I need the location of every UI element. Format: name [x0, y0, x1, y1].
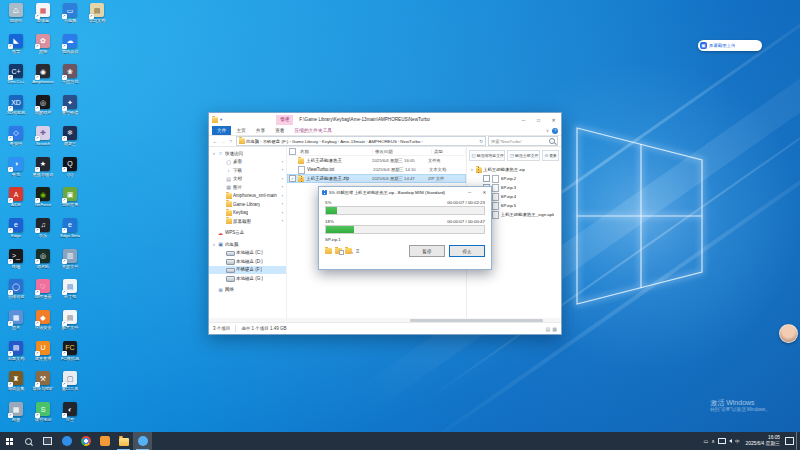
nav-item-本地磁盘 (D:)[interactable]: 本地磁盘 (D:): [209, 257, 286, 266]
desktop-icon-原神[interactable]: ✿↗原神: [30, 34, 56, 54]
desktop-icon-唱片机[interactable]: ◎↗唱片机: [30, 249, 56, 269]
close-button[interactable]: ✕: [546, 113, 561, 126]
file-row-上机王还能凑热王.zip[interactable]: ✓上机王还能凑热王.zip2025/6/4 星期三 14:47ZIP 文件: [287, 174, 466, 183]
up-icon[interactable]: ↑: [228, 138, 234, 144]
volume-icon[interactable]: [729, 439, 732, 443]
tree-checkbox[interactable]: [483, 175, 490, 182]
dialog-close-button[interactable]: ✕: [478, 187, 491, 197]
desktop-icon-奇安信[interactable]: ◇↗奇安信: [3, 126, 29, 146]
network-icon[interactable]: [718, 438, 726, 445]
breadcrumb-segment[interactable]: AMPHOREUS: [369, 139, 397, 144]
taskbar-app-app-orange[interactable]: [95, 432, 114, 450]
column-header-修改日期[interactable]: 修改日期: [373, 149, 432, 154]
desktop-icon-读书笔记[interactable]: S↗读书笔记: [30, 402, 56, 422]
nav-item-WPS云盘[interactable]: ☁WPS云盘: [209, 229, 286, 238]
maximize-button[interactable]: □: [531, 113, 546, 126]
forward-icon[interactable]: →: [220, 138, 226, 144]
preview-button-更多[interactable]: ⊖更多: [542, 150, 559, 161]
desktop-icon-星穹铁道[interactable]: ✦↗星穹铁道: [57, 95, 83, 115]
taskbar-clock[interactable]: 16:05 2025/6/4 星期三: [743, 432, 783, 450]
breadcrumb-segment[interactable]: 不锈硬盘 (F:): [263, 139, 289, 144]
help-icon[interactable]: ?: [552, 128, 558, 134]
desktop-icon-Edge Beta[interactable]: e↗Edge Beta: [57, 218, 83, 238]
desktop-icon-GeForce[interactable]: ◉↗GeForce: [30, 187, 56, 207]
taskbar-app-file-explorer[interactable]: [114, 432, 133, 450]
desktop-icon-XD浏览器[interactable]: XD↗XD浏览器: [3, 95, 29, 115]
breadcrumb-segment[interactable]: Ame-13main: [340, 139, 365, 144]
nav-item-本地磁盘 (C:)[interactable]: 本地磁盘 (C:): [209, 249, 286, 258]
expand-icon[interactable]: [212, 231, 216, 235]
desktop-icon-虎牙直播[interactable]: U↗虎牙直播: [30, 341, 56, 361]
dialog-minimize-button[interactable]: ─: [463, 187, 476, 197]
nav-item-不锈硬盘 (F:)[interactable]: 不锈硬盘 (F:): [209, 266, 286, 275]
desktop-icon-窗口工具[interactable]: ▢↗窗口工具: [57, 371, 83, 391]
column-header-类型[interactable]: 类型: [432, 149, 466, 154]
pause-button[interactable]: 暂停: [409, 245, 445, 257]
tab-主页[interactable]: 主页: [231, 126, 250, 135]
tray-expand-icon[interactable]: ∧: [711, 432, 715, 450]
desktop-icon-Scratch[interactable]: ✚↗Scratch: [30, 126, 56, 146]
start-button[interactable]: [0, 432, 19, 450]
desktop-icon-配置文件[interactable]: ▤↗配置文件: [57, 310, 83, 330]
breadcrumb-segment[interactable]: 此电脑: [246, 139, 259, 144]
file-row-ViewTurbo.txt[interactable]: ViewTurbo.txt2025/6/4 星期三 14:10文本文档: [287, 165, 466, 174]
expand-icon[interactable]: ∨: [212, 151, 216, 156]
nav-item-桌面[interactable]: ▢桌面✦: [209, 158, 286, 167]
tab-查看[interactable]: 查看: [270, 126, 289, 135]
desktop-icon-火绒安全[interactable]: ◆↗火绒安全: [30, 310, 56, 330]
nav-item-文档[interactable]: ▤文档✦: [209, 175, 286, 184]
desktop-icon-Amphoreus[interactable]: ◉↗Amphoreus: [30, 64, 56, 84]
stop-button[interactable]: 停止: [449, 245, 485, 257]
expand-icon[interactable]: [212, 288, 216, 292]
select-all-checkbox[interactable]: [289, 148, 296, 155]
breadcrumb-segment[interactable]: Keybag: [322, 139, 337, 144]
preview-button-解压全部文件[interactable]: ◳解压全部文件: [507, 150, 540, 161]
tab-压缩的文件夹工具[interactable]: 压缩的文件夹工具: [290, 126, 338, 135]
taskbar-app-active-app[interactable]: [133, 432, 152, 450]
desktop-icon-AIDE[interactable]: A↗AIDE: [3, 187, 29, 207]
desktop-icon-冒险与挖矿[interactable]: ⚒↗冒险与挖矿: [30, 371, 56, 391]
tab-共享[interactable]: 共享: [251, 126, 270, 135]
touch-keyboard-icon[interactable]: [785, 437, 794, 445]
ime-indicator[interactable]: 中: [735, 439, 740, 444]
desktop-icon-石墨文档[interactable]: ▤↗石墨文档: [3, 341, 29, 361]
qat-customize-icon[interactable]: ▾: [220, 117, 222, 122]
desktop-icon-爱课堂[interactable]: ▦↗爱课堂: [30, 3, 56, 23]
desktop-icon-全球浏览[interactable]: ◯↗全球浏览: [3, 279, 29, 299]
refresh-icon[interactable]: ↻: [479, 139, 483, 144]
desktop-icon-深空[interactable]: ◐↗深空: [57, 402, 83, 422]
desktop-icon-云电脑[interactable]: ▭↗云电脑: [57, 3, 83, 23]
desktop-icon-迅雷[interactable]: ◣↗迅雷: [3, 34, 29, 54]
scrollbar-thumb[interactable]: [410, 319, 544, 322]
taskbar-app-browser-blue[interactable]: [57, 432, 76, 450]
breadcrumb-segment[interactable]: NewTurbo: [400, 139, 420, 144]
back-icon[interactable]: ←: [212, 138, 218, 144]
search-input[interactable]: 搜索“NewTurbo”: [488, 136, 558, 146]
desktop-icon-学习文档[interactable]: ▤↗学习文档: [84, 3, 110, 23]
desktop-icon-Dev-C++[interactable]: C+↗Dev-C++: [3, 64, 29, 84]
desktop-icon-哔哩漫画[interactable]: ♡↗哔哩漫画: [30, 279, 56, 299]
desktop-icon-照片[interactable]: ▦↗照片: [3, 310, 29, 330]
tree-item-SP.zip.2[interactable]: SP.zip.2: [469, 174, 559, 183]
column-header-名称[interactable]: 名称: [298, 149, 373, 154]
desktop-icon-游戏合集[interactable]: ♜↗游戏合集: [3, 371, 29, 391]
preview-button-解压缩指定文件[interactable]: ◱解压缩指定文件: [469, 150, 505, 161]
open-after-extract-icon[interactable]: [335, 248, 342, 254]
nav-item-屏幕截图[interactable]: 屏幕截图✦: [209, 217, 286, 226]
taskbar-search-button[interactable]: [19, 432, 38, 450]
thumbnail-view-icon[interactable]: ▦: [552, 326, 557, 332]
tree-item-上机王还能凑热王.zip[interactable]: ∨上机王还能凑热王.zip: [469, 165, 559, 174]
desktop-icon-黑胶唱片[interactable]: ◎↗黑胶唱片: [30, 95, 56, 115]
nav-item-下载[interactable]: ↓下载✦: [209, 166, 286, 175]
nav-item-此电脑[interactable]: ∨▣此电脑: [209, 240, 286, 249]
nav-item-本地磁盘 (G:)[interactable]: 本地磁盘 (G:): [209, 274, 286, 283]
horizontal-scrollbar[interactable]: [209, 318, 561, 322]
nav-item-Keybag[interactable]: Keybag✦: [209, 209, 286, 218]
desktop-icon-资源文件[interactable]: ▥↗资源文件: [57, 249, 83, 269]
expand-icon[interactable]: ∨: [212, 242, 216, 247]
desktop-icon-夸克[interactable]: ◑↗夸克: [3, 157, 29, 177]
nav-item-Game Library[interactable]: Game Library✦: [209, 200, 286, 209]
desktop-icon-崩坏三[interactable]: ❄↗崩坏三: [57, 126, 83, 146]
taskbar-app-chrome[interactable]: [76, 432, 95, 450]
tab-文件[interactable]: 文件: [212, 126, 231, 135]
